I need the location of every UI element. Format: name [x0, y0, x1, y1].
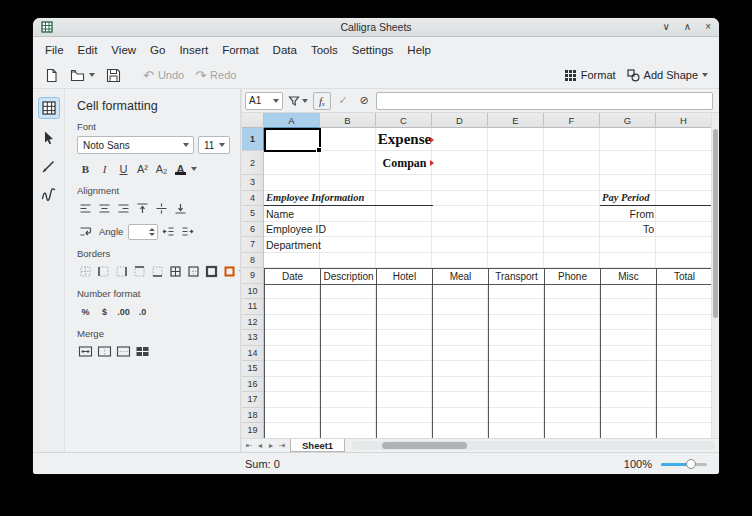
merge-cells-button[interactable] [77, 343, 94, 360]
cell-reference-box[interactable]: A1 [245, 92, 283, 110]
row-header-15[interactable]: 15 [242, 361, 264, 377]
row-header-9[interactable]: 9 [242, 268, 264, 284]
cell-compan[interactable]: Compan [376, 151, 433, 175]
row-header-19[interactable]: 19 [242, 423, 264, 438]
sheet-tab-sheet1[interactable]: Sheet1 [290, 439, 345, 452]
column-header-a[interactable]: A [264, 113, 320, 128]
previous-sheet-button[interactable]: ◂ [255, 442, 265, 450]
percent-format-button[interactable]: % [77, 303, 94, 320]
cell-to[interactable]: To [600, 222, 657, 238]
next-sheet-button[interactable]: ▸ [266, 442, 276, 450]
named-area-button[interactable] [286, 92, 310, 110]
menu-item-go[interactable]: Go [143, 41, 172, 59]
row-header-17[interactable]: 17 [242, 392, 264, 408]
format-button[interactable]: Format [560, 64, 620, 86]
merge-horizontal-button[interactable] [96, 343, 113, 360]
font-size-select[interactable]: 11 [198, 136, 230, 154]
formula-input[interactable] [376, 92, 713, 110]
merge-vertical-button[interactable] [115, 343, 132, 360]
row-header-18[interactable]: 18 [242, 408, 264, 424]
row-header-5[interactable]: 5 [242, 206, 264, 222]
insert-function-button[interactable]: fₓ [313, 92, 331, 110]
row-header-8[interactable]: 8 [242, 253, 264, 269]
row-header-6[interactable]: 6 [242, 222, 264, 238]
column-header-d[interactable]: D [432, 113, 488, 128]
cancel-formula-button[interactable]: ⊘ [355, 92, 373, 110]
more-font-options-chevron-icon[interactable] [191, 167, 197, 171]
column-header-h[interactable]: H [656, 113, 712, 128]
last-sheet-button[interactable]: ⇥ [277, 442, 287, 450]
row-header-2[interactable]: 2 [242, 151, 264, 175]
menu-item-tools[interactable]: Tools [304, 41, 345, 59]
cells-area[interactable]: ExpenseCompanEmployee InformationPay Per… [264, 128, 713, 438]
italic-button[interactable]: I [96, 160, 113, 177]
open-document-button[interactable] [66, 64, 99, 86]
add-shape-button[interactable]: Add Shape [623, 64, 712, 86]
selection-tool-button[interactable] [38, 126, 60, 148]
row-header-14[interactable]: 14 [242, 346, 264, 362]
dissolve-merge-button[interactable] [134, 343, 151, 360]
underline-button[interactable]: U [115, 160, 132, 177]
row-header-16[interactable]: 16 [242, 377, 264, 393]
menu-item-help[interactable]: Help [400, 41, 438, 59]
cell-pay-period[interactable]: Pay Period [600, 191, 713, 207]
menu-item-data[interactable]: Data [266, 41, 304, 59]
cell-phone[interactable]: Phone [544, 268, 601, 285]
border-none-button[interactable] [77, 263, 94, 280]
line-tool-button[interactable] [38, 155, 60, 177]
zoom-slider-knob[interactable] [686, 459, 696, 469]
redo-button[interactable]: ↷ Redo [191, 64, 240, 86]
row-header-12[interactable]: 12 [242, 315, 264, 331]
increase-indent-button[interactable] [179, 223, 196, 240]
bold-button[interactable]: B [77, 160, 94, 177]
save-button[interactable] [102, 64, 125, 86]
menu-item-format[interactable]: Format [215, 41, 265, 59]
minimize-button[interactable]: ∨ [663, 22, 670, 32]
cell-transport[interactable]: Transport [488, 268, 545, 285]
row-header-7[interactable]: 7 [242, 237, 264, 253]
row-header-13[interactable]: 13 [242, 330, 264, 346]
border-right-button[interactable] [113, 263, 130, 280]
apply-formula-button[interactable]: ✓ [334, 92, 352, 110]
cell-name[interactable]: Name [264, 206, 377, 222]
angle-spinbox[interactable] [128, 224, 158, 240]
border-color-button[interactable] [221, 263, 238, 280]
maximize-button[interactable]: ∧ [684, 22, 691, 32]
cell-meal[interactable]: Meal [432, 268, 489, 285]
decrease-precision-button[interactable]: .0 [134, 303, 151, 320]
row-header-4[interactable]: 4 [242, 191, 264, 207]
row-header-3[interactable]: 3 [242, 175, 264, 191]
horizontal-scrollbar[interactable] [352, 441, 715, 450]
column-header-c[interactable]: C [376, 113, 432, 128]
currency-format-button[interactable]: $ [96, 303, 113, 320]
valign-bottom-button[interactable] [172, 200, 189, 217]
border-thick-outer-button[interactable] [203, 263, 220, 280]
zoom-slider[interactable] [661, 458, 707, 470]
cell-description[interactable]: Description [320, 268, 377, 285]
wrap-text-button[interactable] [77, 223, 94, 240]
border-left-button[interactable] [95, 263, 112, 280]
cell-employee-information[interactable]: Employee Information [264, 191, 433, 207]
calligraphy-tool-button[interactable] [38, 184, 60, 206]
align-center-button[interactable] [96, 200, 113, 217]
increase-precision-button[interactable]: .00 [115, 303, 132, 320]
valign-middle-button[interactable] [153, 200, 170, 217]
cell-department[interactable]: Department [264, 237, 377, 253]
superscript-button[interactable]: A² [134, 160, 151, 177]
cell-tool-button[interactable] [38, 97, 60, 119]
horizontal-scrollbar-thumb[interactable] [382, 442, 467, 449]
menu-item-settings[interactable]: Settings [345, 41, 401, 59]
row-header-11[interactable]: 11 [242, 299, 264, 315]
column-header-b[interactable]: B [320, 113, 376, 128]
align-right-button[interactable] [115, 200, 132, 217]
align-left-button[interactable] [77, 200, 94, 217]
menu-item-insert[interactable]: Insert [172, 41, 215, 59]
column-header-g[interactable]: G [600, 113, 656, 128]
angle-up-icon[interactable] [149, 228, 155, 231]
open-dropdown-chevron-icon[interactable] [89, 73, 95, 77]
subscript-button[interactable]: A₂ [153, 160, 170, 177]
border-top-button[interactable] [131, 263, 148, 280]
row-header-1[interactable]: 1 [242, 128, 264, 151]
angle-down-icon[interactable] [149, 233, 155, 236]
row-header-10[interactable]: 10 [242, 284, 264, 300]
